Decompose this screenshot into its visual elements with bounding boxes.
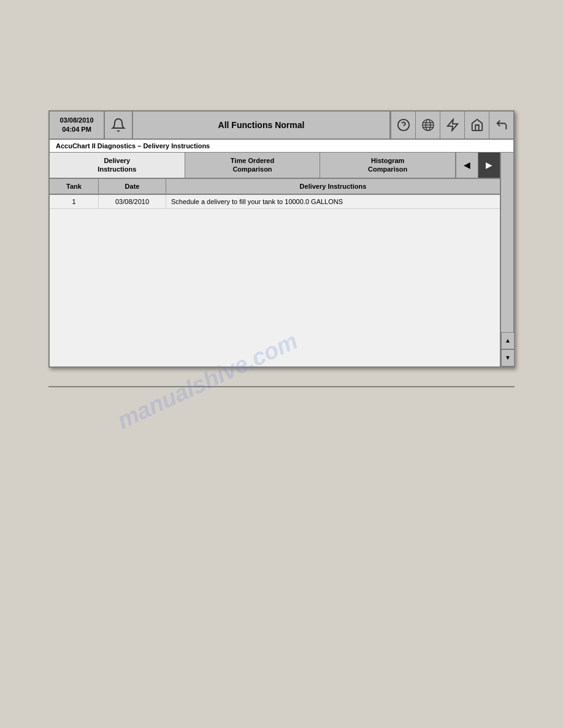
tab-time-ordered-comparison[interactable]: Time Ordered Comparison — [185, 153, 321, 178]
page-divider — [48, 386, 515, 387]
tab-prev-button[interactable]: ◀ — [456, 153, 478, 178]
scroll-track — [501, 153, 513, 332]
home-button[interactable] — [464, 112, 489, 138]
tab-delivery-instructions[interactable]: Delivery Instructions — [50, 153, 185, 178]
table-empty-area — [50, 209, 500, 356]
back-button[interactable] — [489, 112, 513, 138]
table-row: 1 03/08/2010 Schedule a delivery to fill… — [50, 195, 500, 209]
cell-date: 03/08/2010 — [99, 195, 166, 208]
status-text: All Functions Normal — [133, 112, 389, 138]
cell-instructions: Schedule a delivery to fill your tank to… — [166, 195, 500, 208]
header-time: 04:04 PM — [62, 125, 91, 134]
content-area: Delivery Instructions Time Ordered Compa… — [50, 153, 513, 366]
scroll-up-button[interactable]: ▲ — [501, 332, 515, 349]
globe-button[interactable] — [415, 112, 440, 138]
lightning-button[interactable] — [440, 112, 464, 138]
column-tank-header: Tank — [50, 179, 99, 194]
table-body: 1 03/08/2010 Schedule a delivery to fill… — [50, 195, 500, 366]
breadcrumb: AccuChart II Diagnostics – Delivery Inst… — [50, 140, 513, 153]
content-main: Delivery Instructions Time Ordered Compa… — [50, 153, 500, 366]
tab-next-button[interactable]: ▶ — [478, 153, 500, 178]
header-datetime: 03/08/2010 04:04 PM — [50, 112, 105, 138]
bell-icon[interactable] — [105, 112, 133, 138]
svg-marker-7 — [447, 119, 458, 131]
scrollbar: ▲ ▼ — [500, 153, 513, 366]
header-bar: 03/08/2010 04:04 PM All Functions Normal — [50, 112, 513, 140]
tab-bar: Delivery Instructions Time Ordered Compa… — [50, 153, 500, 179]
table-header: Tank Date Delivery Instructions — [50, 179, 500, 195]
cell-tank: 1 — [50, 195, 99, 208]
tab-histogram-comparison[interactable]: Histogram Comparison — [320, 153, 456, 178]
scroll-down-button[interactable]: ▼ — [501, 349, 515, 366]
column-date-header: Date — [99, 179, 166, 194]
column-instructions-header: Delivery Instructions — [166, 179, 500, 194]
header-icons — [389, 112, 513, 138]
header-date: 03/08/2010 — [59, 116, 93, 125]
help-button[interactable] — [391, 112, 415, 138]
